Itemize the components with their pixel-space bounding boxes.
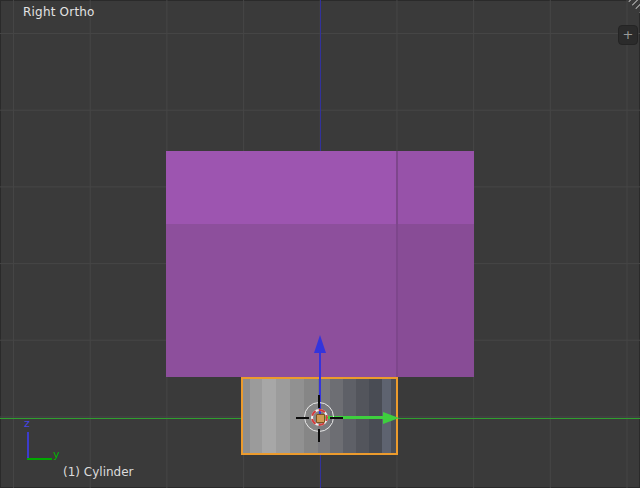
cube-edge: [396, 151, 398, 377]
object-info-label: (1) Cylinder: [63, 465, 134, 479]
3d-cursor-crosshair: [296, 417, 309, 419]
3d-cursor-crosshair: [318, 429, 320, 442]
view-name-label: Right Ortho: [23, 5, 95, 19]
cylinder-shading-stripe: [250, 379, 262, 453]
expand-properties-panel-button[interactable]: +: [618, 25, 638, 45]
3d-viewport[interactable]: Right Ortho (1) Cylinder z y +: [0, 0, 640, 488]
gizmo-z-axis: [27, 432, 29, 460]
cylinder-shading-stripe: [290, 379, 304, 453]
translate-y-arrowhead-icon[interactable]: [383, 412, 399, 424]
cylinder-shading-stripe: [243, 379, 250, 453]
object-origin-point: [316, 414, 325, 423]
translate-z-arrowhead-icon[interactable]: [314, 335, 326, 353]
gizmo-y-axis: [27, 458, 52, 460]
cube-right-face-shade: [397, 151, 474, 377]
3d-cursor-crosshair: [318, 395, 320, 408]
gizmo-z-label: z: [24, 417, 30, 430]
cylinder-shading-stripe: [262, 379, 276, 453]
gizmo-y-label: y: [53, 448, 60, 461]
axis-orientation-gizmo: z y: [0, 415, 70, 470]
cylinder-shading-stripe: [276, 379, 290, 453]
3d-cursor-crosshair: [330, 417, 343, 419]
